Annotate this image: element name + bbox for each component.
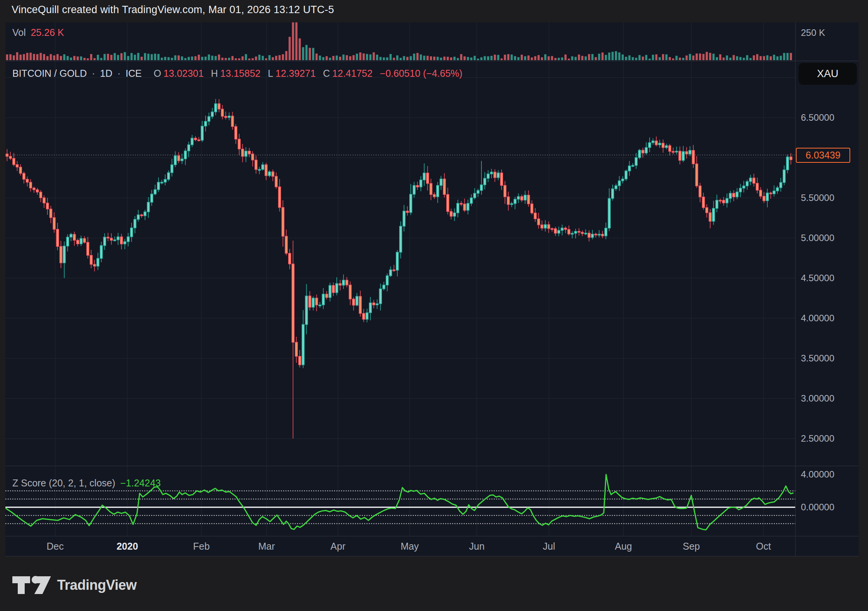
legend-separator: ·	[92, 68, 95, 79]
time-axis-tick-mar: Mar	[258, 541, 275, 552]
time-axis-tick-dec: Dec	[47, 541, 64, 552]
price-axis-tick: 6.50000	[801, 112, 834, 123]
zscore-axis-tick: 0.00000	[801, 502, 834, 513]
open-label: O	[154, 68, 161, 79]
chart-canvas[interactable]	[0, 0, 868, 611]
volume-axis-tick: 250 K	[801, 27, 825, 38]
tradingview-logo-icon	[12, 573, 52, 597]
price-axis-tick: 5.50000	[801, 192, 834, 203]
tradingview-brand-text: TradingView	[57, 577, 137, 593]
high-value: 13.15852	[220, 68, 260, 79]
watermark-title: VinceQuill created with TradingView.com,…	[12, 4, 334, 16]
volume-legend-value: 25.26 K	[31, 27, 64, 38]
time-axis-tick-2020: 2020	[117, 541, 138, 552]
price-axis-tick: 5.00000	[801, 233, 834, 243]
high-label: H	[211, 68, 218, 79]
symbol-legend: BITCOIN / GOLD · 1D · ICE O13.02301 H13.…	[12, 68, 465, 79]
volume-legend: Vol 25.26 K	[12, 27, 66, 38]
price-axis-tick: 4.50000	[801, 273, 834, 284]
legend-separator: ·	[117, 68, 120, 79]
zscore-legend-label: Z Score (20, 2, 1, close)	[12, 478, 115, 488]
time-axis-tick-sep: Sep	[683, 541, 700, 552]
low-label: L	[268, 68, 273, 79]
tradingview-branding[interactable]: TradingView	[12, 573, 137, 597]
current-price-label: 6.03439	[796, 148, 850, 163]
time-axis-tick-oct: Oct	[756, 541, 771, 552]
time-axis-tick-apr: Apr	[331, 541, 346, 552]
time-axis-tick-jul: Jul	[543, 541, 555, 552]
close-value: 12.41752	[332, 68, 372, 79]
volume-legend-label: Vol	[12, 27, 26, 38]
time-axis-tick-feb: Feb	[193, 541, 209, 552]
time-axis-tick-may: May	[400, 541, 419, 552]
symbol-exchange: ICE	[126, 68, 142, 79]
symbol-name: BITCOIN / GOLD	[12, 68, 87, 79]
zscore-legend: Z Score (20, 2, 1, close) −1.24243	[12, 478, 163, 489]
price-axis-tick: 4.00000	[801, 313, 834, 324]
zscore-legend-value: −1.24243	[120, 478, 161, 488]
time-axis-tick-jun: Jun	[469, 541, 485, 552]
price-axis-tick: 2.50000	[801, 433, 834, 444]
zscore-axis-tick: 4.00000	[801, 469, 834, 480]
price-axis-tick: 3.50000	[801, 353, 834, 364]
time-axis-tick-aug: Aug	[615, 541, 632, 552]
close-label: C	[323, 68, 330, 79]
symbol-interval: 1D	[100, 68, 112, 79]
change-value: −0.60510 (−4.65%)	[380, 68, 463, 79]
currency-unit-button[interactable]: XAU	[799, 63, 857, 85]
price-axis-tick: 3.00000	[801, 393, 834, 404]
open-value: 13.02301	[164, 68, 204, 79]
low-value: 12.39271	[275, 68, 316, 79]
